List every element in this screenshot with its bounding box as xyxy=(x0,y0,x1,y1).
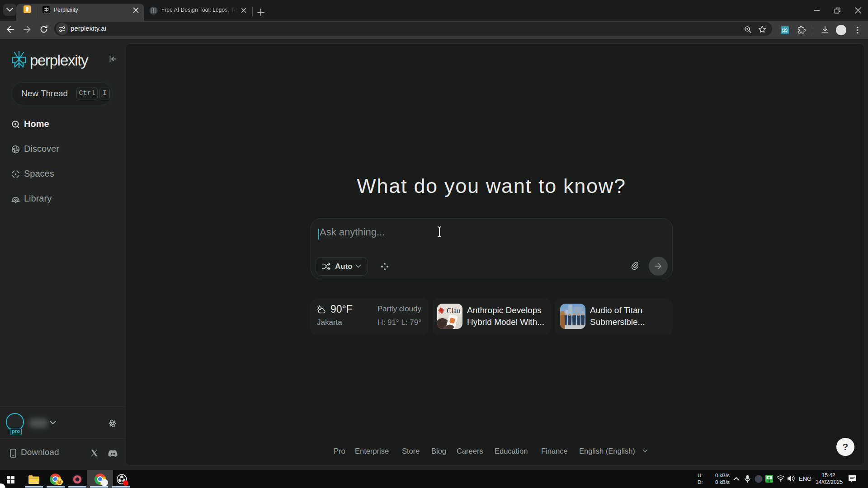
svg-text:Clau: Clau xyxy=(447,307,460,314)
